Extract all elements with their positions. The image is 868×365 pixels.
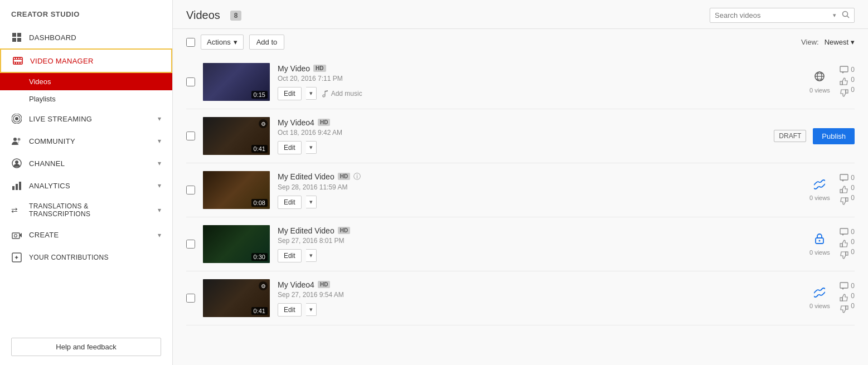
svg-rect-10 [15, 62, 16, 64]
edit-button-5[interactable]: Edit [278, 303, 302, 317]
video-checkbox-5[interactable] [186, 294, 195, 303]
video-actions-5: Edit ▾ [278, 303, 795, 317]
sidebar-item-translations[interactable]: ⇄ TRANSLATIONS & TRANSCRIPTIONS ▾ [0, 197, 172, 224]
svg-rect-21 [16, 184, 18, 190]
info-icon-3[interactable]: ⓘ [353, 172, 361, 182]
video-checkbox-3[interactable] [186, 186, 195, 194]
hd-badge-2: HD [318, 119, 330, 126]
edit-button-2[interactable]: Edit [278, 141, 302, 154]
sidebar-item-live-streaming[interactable]: LIVE STREAMING ▾ [0, 108, 172, 130]
sidebar-item-community[interactable]: COMMUNITY ▾ [0, 130, 172, 152]
video-checkbox-1[interactable] [186, 77, 195, 86]
video-title-4: My Edited Video [278, 226, 334, 235]
video-thumbnail-4: 0:30 [203, 225, 270, 263]
svg-rect-40 [840, 174, 848, 180]
sidebar-label-create: CREATE [29, 231, 59, 239]
sidebar-item-create[interactable]: CREATE ▾ [0, 224, 172, 246]
chevron-icon-translations: ▾ [158, 206, 161, 214]
thumbup-icon-1 [840, 77, 848, 87]
comment-icon-1 [840, 66, 848, 75]
hd-badge-4: HD [338, 227, 350, 234]
publish-button-2[interactable]: Publish [813, 128, 855, 144]
video-duration-5: 0:41 [251, 307, 268, 315]
video-stats-1: 0 views 0 [803, 66, 855, 99]
edit-dropdown-4[interactable]: ▾ [306, 249, 317, 262]
help-feedback-button[interactable]: Help and feedback [11, 338, 161, 356]
video-date-1: Oct 20, 2016 7:11 PM [278, 75, 795, 82]
actions-button[interactable]: Actions ▾ [201, 35, 244, 50]
svg-point-13 [15, 117, 18, 120]
search-dropdown-arrow[interactable]: ▾ [833, 12, 836, 19]
edit-dropdown-3[interactable]: ▾ [306, 196, 317, 208]
chevron-icon-create: ▾ [158, 231, 161, 239]
comment-icon-3 [840, 174, 848, 183]
search-input[interactable] [715, 11, 830, 20]
sidebar-title: CREATOR STUDIO [0, 0, 172, 26]
svg-rect-24 [12, 233, 20, 239]
views-count-1: 0 views [809, 87, 830, 94]
video-actions-4: Edit ▾ [278, 249, 795, 262]
video-thumbnail-3: 0:08 [203, 171, 270, 209]
add-to-button[interactable]: Add to [249, 35, 285, 50]
edit-dropdown-1[interactable]: ▾ [306, 87, 317, 100]
sidebar-item-analytics[interactable]: ANALYTICS ▾ [0, 174, 172, 197]
videos-list: 0:15 My Video HD Oct 20, 2016 7:11 PM Ed… [173, 55, 868, 365]
svg-rect-12 [20, 62, 21, 64]
comment-icon-4 [840, 228, 848, 237]
video-stats-2: DRAFT Publish [774, 128, 855, 144]
sidebar-item-contributions[interactable]: ✦ YOUR CONTRIBUTIONS [0, 246, 172, 269]
video-checkbox-4[interactable] [186, 240, 195, 249]
edit-button-4[interactable]: Edit [278, 249, 302, 262]
camera-icon [11, 230, 22, 241]
add-music-button-1[interactable]: Add music [321, 90, 362, 98]
translate-icon: ⇄ [11, 205, 22, 216]
comment-count-5: 0 [851, 282, 855, 290]
svg-rect-8 [17, 57, 18, 59]
sidebar-label-channel: CHANNEL [29, 159, 65, 168]
like-count-5: 0 [851, 292, 855, 300]
edit-dropdown-5[interactable]: ▾ [306, 303, 317, 316]
sidebar-item-video-manager[interactable]: VIDEO MANAGER [0, 48, 172, 73]
view-dropdown[interactable]: Newest ▾ [825, 38, 855, 46]
edit-dropdown-2[interactable]: ▾ [306, 141, 317, 154]
sidebar-label-community: COMMUNITY [29, 137, 75, 145]
video-date-4: Sep 27, 2016 8:01 PM [278, 237, 795, 245]
svg-line-30 [847, 16, 850, 18]
edit-button-1[interactable]: Edit [278, 87, 302, 100]
video-actions-1: Edit ▾ Add music [278, 87, 795, 100]
video-title-1: My Video [278, 64, 310, 73]
sidebar-item-channel[interactable]: CHANNEL ▾ [0, 152, 172, 174]
hd-badge-5: HD [318, 281, 330, 288]
video-thumbnail-5: ⚙ 0:41 [203, 279, 270, 317]
dislike-count-3: 0 [851, 194, 855, 202]
svg-point-16 [13, 138, 17, 141]
svg-text:⇄: ⇄ [11, 206, 18, 215]
like-count-4: 0 [851, 238, 855, 246]
sidebar-label-dashboard: DASHBOARD [29, 33, 76, 42]
svg-rect-39 [846, 90, 848, 93]
thumb-overlay-icon-2: ⚙ [259, 119, 268, 128]
svg-rect-2 [12, 38, 16, 42]
svg-rect-48 [840, 283, 848, 288]
table-row: 0:08 My Edited Video HD ⓘ Sep 28, 2016 1… [186, 163, 855, 217]
table-row: 0:30 My Edited Video HD Sep 27, 2016 8:0… [186, 217, 855, 271]
edit-button-3[interactable]: Edit [278, 196, 302, 209]
sidebar-item-playlists[interactable]: Playlists [0, 90, 172, 108]
add-music-label: Add music [331, 90, 362, 98]
video-info-2: My Video4 HD Oct 18, 2016 9:42 AM Edit ▾ [278, 118, 766, 154]
film-icon [12, 55, 23, 66]
select-all-checkbox[interactable] [186, 38, 195, 47]
search-bar[interactable]: ▾ [710, 8, 855, 23]
thumbup-icon-4 [840, 240, 848, 249]
sidebar-item-dashboard[interactable]: DASHBOARD [0, 26, 172, 48]
sidebar-label-analytics: ANALYTICS [29, 182, 70, 190]
video-duration-4: 0:30 [251, 253, 268, 261]
dislike-count-4: 0 [851, 248, 855, 256]
thumbdown-icon-3 [840, 197, 848, 207]
engagement-4: 0 0 0 [840, 228, 855, 261]
table-row: ⚙ 0:41 My Video4 HD Sep 27, 2016 9:54 AM… [186, 271, 855, 325]
sidebar-item-videos[interactable]: Videos [0, 73, 172, 90]
chevron-icon-live: ▾ [158, 115, 161, 123]
svg-point-29 [843, 12, 848, 17]
video-checkbox-2[interactable] [186, 132, 195, 140]
